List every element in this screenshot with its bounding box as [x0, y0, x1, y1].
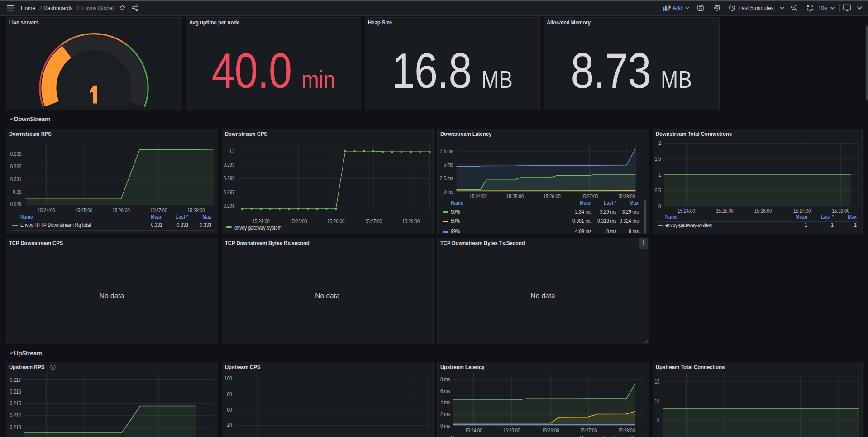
- svg-text:15:24:00: 15:24:00: [465, 427, 482, 434]
- svg-text:0.332: 0.332: [10, 163, 21, 170]
- svg-text:15:25:00: 15:25:00: [503, 427, 520, 434]
- svg-text:15:26:00: 15:26:00: [543, 193, 561, 200]
- svg-text:0.5: 0.5: [654, 187, 661, 194]
- svg-text:0.214: 0.214: [10, 412, 21, 418]
- svg-text:15:26:00: 15:26:00: [112, 207, 130, 214]
- svg-text:0.33: 0.33: [13, 189, 21, 195]
- svg-text:15:28:00: 15:28:00: [617, 193, 635, 200]
- svg-text:7.5 ms: 7.5 ms: [439, 148, 453, 154]
- svg-text:0.216: 0.216: [10, 389, 21, 395]
- svg-text:2 ms: 2 ms: [440, 411, 450, 418]
- svg-text:0 ms: 0 ms: [444, 189, 453, 195]
- svg-text:40: 40: [227, 422, 232, 428]
- svg-text:15:26:00: 15:26:00: [327, 218, 344, 225]
- svg-text:0.329: 0.329: [10, 201, 21, 207]
- svg-text:15:25:00: 15:25:00: [716, 208, 734, 214]
- svg-text:15:24:00: 15:24:00: [677, 208, 695, 214]
- svg-text:15:27:00: 15:27:00: [150, 207, 167, 214]
- svg-text:0.331: 0.331: [10, 176, 21, 182]
- svg-text:60: 60: [227, 407, 232, 413]
- svg-text:0.215: 0.215: [10, 400, 21, 407]
- svg-text:0.296: 0.296: [223, 203, 234, 209]
- svg-text:2: 2: [658, 140, 661, 146]
- svg-text:0.299: 0.299: [223, 162, 234, 168]
- svg-text:15:28:00: 15:28:00: [187, 207, 205, 214]
- svg-text:15:28:00: 15:28:00: [617, 427, 635, 434]
- svg-text:5: 5: [657, 417, 660, 423]
- svg-text:2.5 ms: 2.5 ms: [439, 175, 453, 182]
- svg-text:15:26:00: 15:26:00: [542, 427, 559, 434]
- svg-text:15:24:00: 15:24:00: [38, 207, 55, 214]
- svg-text:0.333: 0.333: [10, 151, 21, 157]
- svg-text:0: 0: [658, 203, 661, 210]
- svg-text:15:27:00: 15:27:00: [581, 193, 598, 200]
- svg-text:15:24:00: 15:24:00: [252, 218, 270, 225]
- svg-text:0.3: 0.3: [228, 148, 234, 154]
- svg-text:15:27:00: 15:27:00: [579, 427, 597, 434]
- svg-text:15:26:00: 15:26:00: [754, 208, 772, 214]
- svg-text:0.217: 0.217: [10, 376, 21, 383]
- svg-text:0.213: 0.213: [10, 424, 21, 431]
- svg-text:8 ms: 8 ms: [440, 376, 450, 383]
- svg-text:4 ms: 4 ms: [440, 399, 450, 406]
- svg-text:1: 1: [658, 172, 661, 178]
- svg-text:15:27:00: 15:27:00: [364, 218, 382, 225]
- svg-text:0.298: 0.298: [223, 175, 234, 182]
- svg-text:0.297: 0.297: [223, 189, 234, 196]
- svg-text:10: 10: [654, 398, 659, 404]
- svg-text:80: 80: [227, 391, 232, 397]
- svg-text:15:25:00: 15:25:00: [75, 207, 92, 214]
- svg-text:15:25:00: 15:25:00: [506, 193, 524, 200]
- svg-text:15:28:00: 15:28:00: [402, 218, 420, 225]
- svg-text:100: 100: [224, 375, 232, 382]
- svg-text:1.5: 1.5: [654, 156, 661, 162]
- svg-text:5 ms: 5 ms: [444, 162, 453, 168]
- svg-text:15:25:00: 15:25:00: [290, 218, 307, 225]
- svg-text:0 ms: 0 ms: [440, 423, 450, 429]
- svg-text:6 ms: 6 ms: [440, 388, 450, 394]
- svg-text:15: 15: [654, 379, 659, 385]
- svg-text:15:24:00: 15:24:00: [469, 193, 487, 200]
